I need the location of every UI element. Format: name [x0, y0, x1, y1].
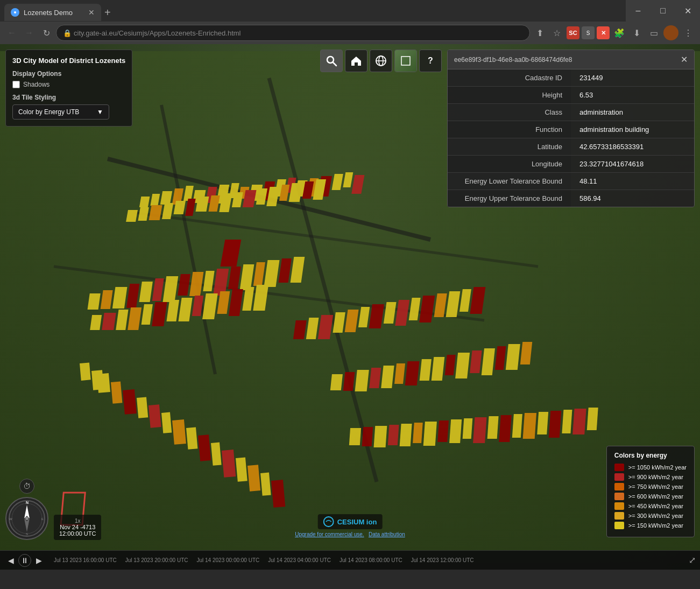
svg-rect-64	[116, 310, 128, 330]
svg-rect-121	[495, 346, 506, 370]
map-background[interactable]: ? 3D City Model of District Lozenets Dis…	[0, 44, 700, 570]
profile-icon[interactable]	[663, 25, 678, 40]
svg-rect-124	[349, 428, 361, 445]
svg-rect-103	[419, 296, 435, 322]
info-panel-close-button[interactable]: ✕	[681, 54, 688, 65]
svg-line-3	[108, 159, 430, 240]
svg-rect-86	[222, 450, 236, 478]
svg-rect-105	[446, 291, 461, 317]
svg-rect-15	[216, 185, 229, 204]
svg-rect-17	[239, 187, 250, 199]
panel-title: 3D City Model of District Lozenets	[12, 57, 125, 65]
address-bar[interactable]: 🔒 city.gate-ai.eu/Cesiumjs/Apps/Lozenets…	[56, 25, 530, 41]
compass[interactable]: N S W E	[5, 497, 48, 540]
svg-rect-112	[381, 366, 394, 388]
energy-upper-label: Energy Upper Tolerance Bound	[448, 190, 571, 207]
function-label: Function	[448, 121, 571, 138]
close-button[interactable]: ✕	[675, 0, 700, 22]
svg-rect-83	[186, 427, 197, 449]
svg-point-160	[25, 517, 29, 520]
maximize-button[interactable]: □	[650, 0, 675, 22]
energy-lower-value: 48.11	[571, 173, 694, 190]
attribution-link[interactable]: Data attribution	[369, 531, 405, 537]
legend-item-600: >= 600 kWh/m2 year	[614, 493, 687, 500]
help-icon: ?	[428, 56, 433, 66]
help-toolbar-button[interactable]: ?	[419, 50, 442, 72]
svg-rect-65	[128, 307, 142, 330]
timeline-play-button[interactable]: ⏸	[18, 554, 31, 567]
svg-rect-128	[400, 424, 412, 446]
search-toolbar-button[interactable]	[320, 50, 343, 72]
svg-rect-53	[189, 272, 203, 296]
svg-rect-43	[302, 181, 314, 199]
svg-rect-27	[351, 175, 364, 194]
back-button[interactable]: ←	[4, 25, 19, 40]
upgrade-link[interactable]: Upgrade for commercial use.	[295, 531, 364, 537]
svg-rect-88	[248, 465, 260, 492]
globe-toolbar-button[interactable]	[370, 50, 392, 72]
svg-rect-48	[126, 284, 139, 308]
new-tab-button[interactable]: +	[104, 7, 111, 18]
svg-rect-133	[463, 418, 473, 439]
sidebar-button[interactable]: ▭	[646, 25, 661, 40]
info-row-height: Height 6.53	[448, 87, 694, 104]
fullscreen-button[interactable]: ⤢	[684, 555, 700, 565]
minimize-button[interactable]: –	[626, 0, 650, 22]
download-button[interactable]: ⬇	[629, 25, 644, 40]
svg-rect-81	[161, 412, 172, 433]
active-tab[interactable]: Lozenets Demo ✕	[4, 4, 101, 21]
svg-line-5	[54, 267, 484, 320]
svg-rect-126	[374, 426, 387, 447]
svg-rect-73	[229, 289, 243, 316]
timeline-prev-button[interactable]: ◀	[4, 554, 17, 567]
svg-rect-35	[208, 195, 220, 212]
svg-rect-62	[90, 315, 102, 330]
svg-rect-39	[256, 188, 267, 205]
svg-rect-59	[264, 260, 279, 287]
extensions-button[interactable]: 🧩	[612, 25, 627, 40]
height-label: Height	[448, 87, 571, 103]
svg-rect-58	[253, 262, 265, 286]
forward-button[interactable]: →	[22, 25, 37, 40]
timeline-track[interactable]: Jul 13 2023 16:00:00 UTC Jul 13 2023 20:…	[50, 551, 684, 570]
svg-rect-127	[388, 425, 399, 445]
svg-rect-130	[423, 422, 437, 446]
layers-toolbar-button[interactable]	[394, 50, 417, 72]
svg-rect-54	[203, 271, 214, 291]
svg-rect-110	[355, 370, 369, 391]
svg-rect-84	[198, 434, 211, 461]
svg-rect-31	[162, 203, 173, 219]
legend-color-300	[614, 512, 624, 520]
tile-style-dropdown[interactable]: Color by Energy UTB ▼	[12, 104, 109, 120]
longitude-label: Longitude	[448, 156, 571, 172]
bookmark-button[interactable]: ☆	[549, 25, 564, 40]
svg-rect-104	[434, 293, 447, 317]
legend-label-1050: >= 1050 kWh/m2 year	[628, 464, 687, 471]
screenshot-button[interactable]: ⬆	[532, 25, 547, 40]
svg-rect-131	[437, 420, 449, 442]
svg-rect-13	[193, 190, 206, 203]
svg-rect-12	[183, 186, 194, 201]
home-toolbar-button[interactable]	[345, 50, 367, 72]
svg-rect-87	[236, 457, 248, 481]
menu-button[interactable]: ⋮	[681, 25, 696, 40]
svg-rect-46	[101, 290, 113, 309]
svg-rect-94	[306, 318, 319, 339]
svg-rect-74	[242, 287, 254, 311]
tab-close-btn[interactable]: ✕	[88, 8, 95, 17]
energy-upper-value: 586.94	[571, 190, 694, 207]
svg-rect-144	[220, 240, 241, 267]
svg-rect-44	[313, 179, 326, 200]
timeline-next-button[interactable]: ▶	[32, 554, 45, 567]
svg-rect-24	[317, 176, 332, 197]
clock-button[interactable]: ⏱	[19, 479, 34, 494]
svg-rect-102	[409, 298, 421, 320]
svg-rect-93	[293, 320, 307, 339]
svg-rect-99	[369, 304, 384, 328]
svg-rect-60	[279, 258, 292, 283]
refresh-button[interactable]: ↻	[39, 25, 54, 40]
svg-rect-61	[291, 257, 305, 283]
svg-rect-116	[432, 357, 445, 381]
legend-item-900: >= 900 kWh/m2 year	[614, 473, 687, 481]
shadows-checkbox[interactable]	[12, 81, 20, 88]
